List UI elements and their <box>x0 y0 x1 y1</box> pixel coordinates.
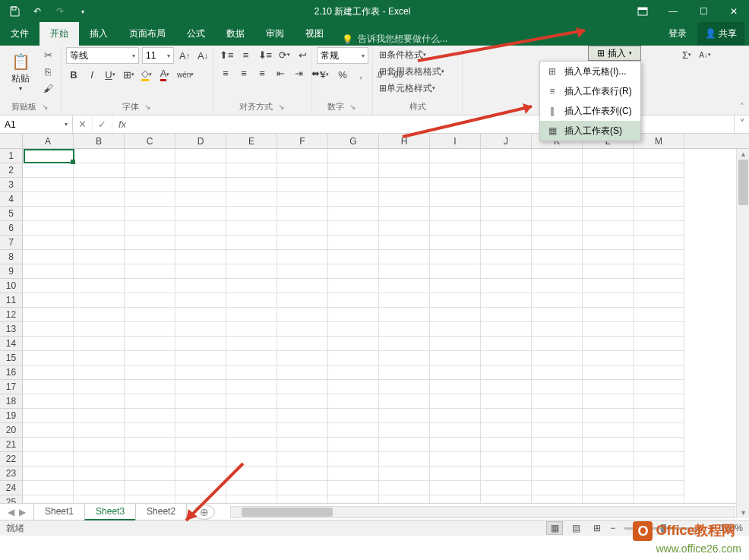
italic-button[interactable]: I <box>84 67 100 82</box>
cell[interactable] <box>583 481 634 495</box>
cell[interactable] <box>430 236 481 250</box>
cell[interactable] <box>328 264 379 279</box>
cell[interactable] <box>430 337 481 351</box>
cell[interactable] <box>430 264 481 279</box>
cell[interactable] <box>430 308 481 322</box>
cell[interactable] <box>175 308 226 322</box>
autosum-button[interactable]: Σ▾ <box>679 47 694 62</box>
align-right-button[interactable]: ≡ <box>254 65 270 81</box>
cell[interactable] <box>125 308 175 322</box>
formula-input[interactable] <box>132 115 734 133</box>
cell[interactable] <box>277 481 328 495</box>
cell[interactable] <box>74 207 125 221</box>
cell[interactable] <box>74 495 125 503</box>
align-left-button[interactable]: ≡ <box>218 65 233 81</box>
cell[interactable] <box>583 423 634 438</box>
cell[interactable] <box>481 236 532 250</box>
zoom-out-button[interactable]: − <box>610 523 615 533</box>
insert-cells-button[interactable]: ⊞插入▾ <box>588 46 641 61</box>
cell[interactable] <box>277 394 328 409</box>
cell[interactable] <box>277 351 328 365</box>
cell[interactable] <box>175 351 226 365</box>
row-header[interactable]: 16 <box>0 365 23 380</box>
cell[interactable] <box>532 308 583 322</box>
cell[interactable] <box>226 380 277 394</box>
cell[interactable] <box>532 236 583 250</box>
cell[interactable] <box>74 337 125 351</box>
cell[interactable] <box>634 409 684 423</box>
cell[interactable] <box>74 438 125 452</box>
cell[interactable] <box>74 481 125 495</box>
cell[interactable] <box>328 409 379 423</box>
cell[interactable] <box>175 149 226 163</box>
column-header[interactable]: J <box>481 134 532 148</box>
cell[interactable] <box>379 495 430 503</box>
cell[interactable] <box>532 337 583 351</box>
cell[interactable] <box>175 163 226 178</box>
cell[interactable] <box>277 452 328 467</box>
cell[interactable] <box>226 322 277 337</box>
cell[interactable] <box>328 149 379 163</box>
cell[interactable] <box>277 250 328 264</box>
cell[interactable] <box>634 163 684 178</box>
cell-styles-button[interactable]: ⊞ 单元格样式 ▾ <box>378 81 437 96</box>
fill-color-button[interactable]: ◇▾ <box>139 67 154 82</box>
cell[interactable] <box>277 337 328 351</box>
cell[interactable] <box>430 423 481 438</box>
row-header[interactable]: 18 <box>0 394 23 409</box>
row-header[interactable]: 25 <box>0 495 23 503</box>
cell[interactable] <box>532 394 583 409</box>
cell[interactable] <box>226 495 277 503</box>
cell[interactable] <box>226 308 277 322</box>
cell[interactable] <box>23 221 74 236</box>
row-header[interactable]: 6 <box>0 221 23 236</box>
cell[interactable] <box>532 264 583 279</box>
cell[interactable] <box>583 236 634 250</box>
cell[interactable] <box>532 467 583 481</box>
cell[interactable] <box>379 149 430 163</box>
cell[interactable] <box>74 351 125 365</box>
cell[interactable] <box>481 149 532 163</box>
save-button[interactable] <box>5 2 24 21</box>
cell[interactable] <box>74 221 125 236</box>
cell[interactable] <box>328 481 379 495</box>
cell[interactable] <box>74 322 125 337</box>
cell[interactable] <box>430 467 481 481</box>
cell[interactable] <box>175 380 226 394</box>
cell[interactable] <box>583 409 634 423</box>
cell[interactable] <box>226 467 277 481</box>
tab-file[interactable]: 文件 <box>0 22 40 46</box>
alignment-launcher[interactable]: ↘ <box>276 102 286 112</box>
cell[interactable] <box>277 163 328 178</box>
increase-font-button[interactable]: A↑ <box>177 48 192 63</box>
cell[interactable] <box>481 467 532 481</box>
cell[interactable] <box>175 337 226 351</box>
cell[interactable] <box>379 192 430 207</box>
tab-review[interactable]: 审阅 <box>255 22 295 46</box>
sheet-nav-next[interactable]: ▶ <box>17 507 27 517</box>
page-break-view-button[interactable]: ⊞ <box>589 521 605 535</box>
cell[interactable] <box>226 178 277 192</box>
column-header[interactable]: A <box>23 134 74 148</box>
cell[interactable] <box>379 438 430 452</box>
align-bottom-button[interactable]: ⬇≡ <box>257 47 274 62</box>
cell[interactable] <box>277 207 328 221</box>
cell[interactable] <box>583 207 634 221</box>
cell[interactable] <box>125 409 175 423</box>
fx-icon[interactable]: fx <box>112 119 132 130</box>
conditional-format-button[interactable]: ⊞ 条件格式 ▾ <box>378 47 428 62</box>
row-header[interactable]: 2 <box>0 163 23 178</box>
cell[interactable] <box>634 149 684 163</box>
font-size-select[interactable]: 11▾ <box>142 47 174 64</box>
cell[interactable] <box>125 467 175 481</box>
cell[interactable] <box>277 409 328 423</box>
cell[interactable] <box>481 380 532 394</box>
cell[interactable] <box>430 178 481 192</box>
row-header[interactable]: 1 <box>0 149 23 163</box>
row-header[interactable]: 22 <box>0 452 23 467</box>
cell[interactable] <box>277 264 328 279</box>
wrap-text-button[interactable]: ↩ <box>295 47 310 62</box>
cell[interactable] <box>226 337 277 351</box>
cell[interactable] <box>125 163 175 178</box>
row-header[interactable]: 8 <box>0 250 23 264</box>
